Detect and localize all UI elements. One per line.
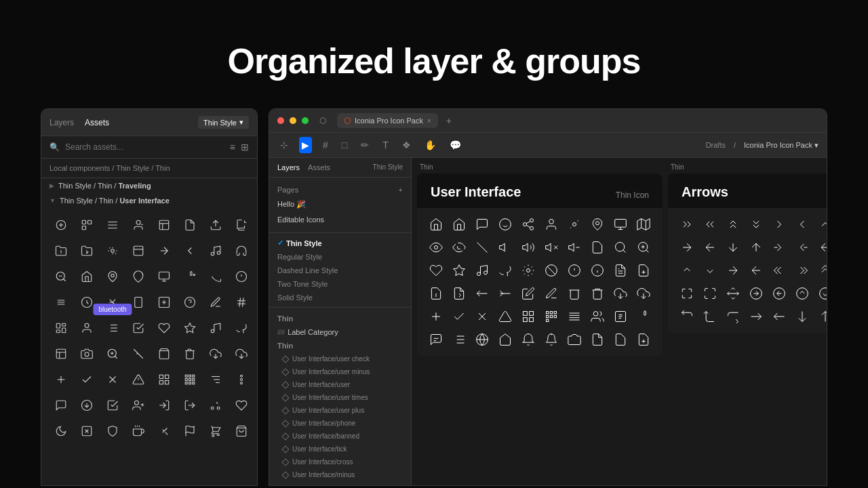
- icon-cell[interactable]: [230, 394, 253, 417]
- icon-cell[interactable]: [178, 368, 201, 391]
- icon-cell[interactable]: [153, 214, 176, 237]
- icon-cell[interactable]: [204, 265, 227, 288]
- icon-cell[interactable]: [75, 214, 98, 237]
- icon-cell[interactable]: bluetooth: [101, 291, 124, 314]
- icon-cell[interactable]: [230, 291, 253, 314]
- icon-cell[interactable]: [101, 420, 124, 443]
- icon-cell[interactable]: [178, 291, 201, 314]
- icon-cell[interactable]: [230, 214, 253, 237]
- pen-tool-icon[interactable]: ✏: [358, 137, 372, 153]
- icon-cell[interactable]: [75, 317, 98, 340]
- layers-tab[interactable]: Layers: [50, 118, 74, 127]
- icon-cell[interactable]: [50, 342, 73, 365]
- style-dashed[interactable]: Dashed Line Style: [269, 264, 411, 277]
- icon-cell[interactable]: [127, 420, 150, 443]
- icon-cell[interactable]: [127, 214, 150, 237]
- icon-cell[interactable]: [230, 317, 253, 340]
- icon-cell[interactable]: [178, 265, 201, 288]
- icon-cell[interactable]: [230, 265, 253, 288]
- icon-cell[interactable]: [50, 291, 73, 314]
- icon-cell[interactable]: [50, 214, 73, 237]
- text-tool-icon[interactable]: T: [380, 137, 391, 153]
- icon-cell[interactable]: [153, 317, 176, 340]
- icon-cell[interactable]: [230, 368, 253, 391]
- icon-cell[interactable]: [230, 239, 253, 262]
- icon-cell[interactable]: [178, 420, 201, 443]
- icon-cell[interactable]: [153, 368, 176, 391]
- add-page-icon[interactable]: +: [399, 186, 403, 194]
- icon-cell[interactable]: [230, 342, 253, 365]
- icon-cell[interactable]: [101, 214, 124, 237]
- icon-cell[interactable]: [101, 265, 124, 288]
- style-regular[interactable]: Regular Style: [269, 250, 411, 264]
- layers-sidebar-tab[interactable]: Layers: [277, 163, 300, 171]
- layer-user-check[interactable]: User Interface/user check: [269, 352, 411, 365]
- page-editable-icons[interactable]: Editable Icons: [269, 212, 411, 227]
- style-twotone[interactable]: Two Tone Style: [269, 277, 411, 291]
- icon-cell[interactable]: [127, 239, 150, 262]
- window-maximize[interactable]: [302, 117, 309, 124]
- search-input[interactable]: [65, 142, 224, 152]
- layer-user-times[interactable]: User Interface/user times: [269, 391, 411, 404]
- icon-cell[interactable]: [204, 239, 227, 262]
- icon-cell[interactable]: [230, 420, 253, 443]
- grid-icon[interactable]: ⊞: [241, 142, 249, 152]
- layer-tick[interactable]: User Interface/tick: [269, 443, 411, 455]
- move-tool-icon[interactable]: ⊹: [277, 137, 291, 153]
- comment-tool-icon[interactable]: 💬: [447, 137, 464, 153]
- icon-cell[interactable]: [127, 342, 150, 365]
- icon-cell[interactable]: [75, 368, 98, 391]
- window-minimize[interactable]: [290, 117, 296, 124]
- layer-phone[interactable]: User Interface/phone: [269, 417, 411, 430]
- figma-tab[interactable]: ⬡ Iconia Pro Icon Pack ×: [337, 113, 438, 128]
- hand-tool-icon[interactable]: ✋: [422, 137, 439, 153]
- component-tool-icon[interactable]: ❖: [399, 137, 414, 153]
- page-hello[interactable]: Hello 🎉: [269, 197, 411, 212]
- layer-user-plus[interactable]: User Interface/user plus: [269, 404, 411, 417]
- icon-cell[interactable]: [178, 317, 201, 340]
- icon-cell[interactable]: [178, 394, 201, 417]
- select-tool-icon[interactable]: ▶: [299, 137, 312, 153]
- icon-cell[interactable]: [75, 420, 98, 443]
- icon-cell[interactable]: [127, 265, 150, 288]
- icon-cell[interactable]: [153, 394, 176, 417]
- icon-cell[interactable]: [178, 342, 201, 365]
- icon-cell[interactable]: [50, 265, 73, 288]
- icon-cell[interactable]: [204, 368, 227, 391]
- icon-cell[interactable]: [204, 291, 227, 314]
- assets-tab[interactable]: Assets: [85, 118, 109, 127]
- icon-cell[interactable]: [153, 291, 176, 314]
- assets-sidebar-tab[interactable]: Assets: [308, 163, 330, 171]
- icon-cell[interactable]: [153, 342, 176, 365]
- icon-cell[interactable]: [127, 394, 150, 417]
- icon-cell[interactable]: [50, 394, 73, 417]
- icon-cell[interactable]: [75, 342, 98, 365]
- icon-cell[interactable]: [153, 239, 176, 262]
- icon-cell[interactable]: [101, 317, 124, 340]
- icon-cell[interactable]: [178, 239, 201, 262]
- icon-cell[interactable]: [204, 420, 227, 443]
- window-close[interactable]: [277, 117, 284, 124]
- style-thin[interactable]: ✓ Thin Style: [269, 236, 411, 250]
- layer-minus[interactable]: User Interface/minus: [269, 468, 411, 481]
- layer-user-minus[interactable]: User Interface/user minus: [269, 365, 411, 378]
- style-solid[interactable]: Solid Style: [269, 291, 411, 304]
- tree-item-ui[interactable]: ▼ Thin Style / Thin / User Interface: [41, 193, 257, 208]
- icon-cell[interactable]: [75, 394, 98, 417]
- new-tab-button[interactable]: +: [446, 115, 452, 126]
- icon-cell[interactable]: [101, 394, 124, 417]
- tree-item-traveling[interactable]: ▶ Thin Style / Thin / Traveling: [41, 178, 257, 193]
- icon-cell[interactable]: [50, 368, 73, 391]
- icon-cell[interactable]: [101, 342, 124, 365]
- list-icon[interactable]: ≡: [230, 142, 235, 152]
- layer-user[interactable]: User Interface/user: [269, 378, 411, 391]
- icon-cell[interactable]: [75, 239, 98, 262]
- icon-cell[interactable]: [204, 394, 227, 417]
- icon-cell[interactable]: [50, 239, 73, 262]
- icon-cell[interactable]: [153, 420, 176, 443]
- icon-cell[interactable]: [50, 317, 73, 340]
- label-category-item[interactable]: ## Label Category: [269, 325, 411, 339]
- shape-tool-icon[interactable]: □: [339, 137, 350, 153]
- icon-cell[interactable]: [75, 265, 98, 288]
- icon-cell[interactable]: [204, 317, 227, 340]
